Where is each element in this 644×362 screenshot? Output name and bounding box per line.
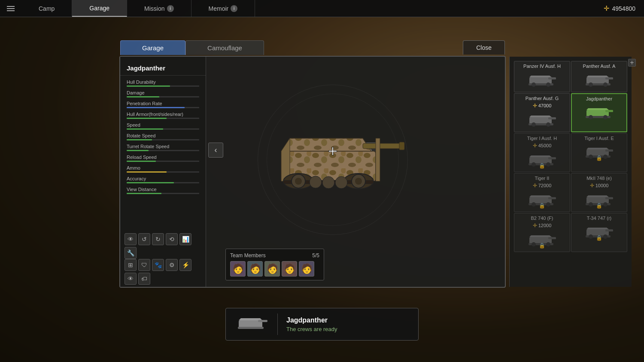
team-avatars: 🧑 🧑 🧑 🧑 🧑	[230, 261, 319, 277]
svg-rect-69	[605, 197, 613, 199]
svg-point-30	[546, 82, 550, 87]
svg-point-18	[335, 176, 347, 189]
svg-rect-39	[548, 117, 556, 119]
svg-point-77	[532, 242, 536, 246]
rotate-left-icon[interactable]: ↺	[138, 233, 150, 245]
stats-panel: Jagdpanther Hull Durability Damage Penet…	[120, 57, 206, 287]
menu-button[interactable]	[0, 5, 21, 12]
bottom-divider	[277, 313, 278, 335]
lightning-icon[interactable]: ⚡	[179, 259, 191, 271]
stats-icon[interactable]: 📊	[179, 233, 191, 245]
stat-item: Hull Armor(front/sides/rear)	[120, 110, 206, 121]
svg-marker-26	[529, 76, 552, 77]
tank-cell-tiger-ii[interactable]: Tiger II ✛72000 🔒	[514, 173, 570, 212]
bottom-text: Jagdpanther The crews are ready	[286, 316, 410, 332]
svg-point-16	[310, 176, 322, 188]
svg-rect-51	[548, 157, 556, 159]
svg-point-53	[532, 162, 536, 167]
panel-tabs: Garage Camouflage	[120, 40, 264, 55]
shield-icon[interactable]: 🛡	[138, 259, 150, 271]
svg-marker-10	[376, 138, 380, 181]
svg-point-20	[355, 178, 362, 185]
stat-item: Reload Speed	[120, 153, 206, 164]
team-bar: Team Members 5/5 🧑 🧑 🧑 🧑 🧑	[225, 249, 324, 280]
tank-cell-mkii-748-(e)[interactable]: MkII 748 (e) ✛10000 🔒	[571, 173, 627, 212]
tank-cell-jagdpanther[interactable]: Jagdpanther	[571, 93, 627, 132]
svg-point-35	[589, 82, 593, 87]
avatar-2[interactable]: 🧑	[247, 261, 263, 277]
svg-point-17	[322, 176, 334, 189]
svg-marker-68	[586, 195, 609, 197]
svg-rect-33	[605, 77, 613, 79]
svg-point-54	[546, 162, 550, 167]
tab-memoir[interactable]: Memoir i	[191, 0, 255, 17]
gear-icon[interactable]: ⚙	[166, 259, 178, 271]
mission-info-icon: i	[167, 5, 174, 12]
avatar-4[interactable]: 🧑	[282, 261, 297, 277]
tank-image	[260, 117, 406, 203]
currency-value: 4954800	[612, 5, 635, 12]
svg-rect-7	[363, 143, 401, 149]
prev-arrow[interactable]: ‹	[208, 143, 223, 158]
panel-tab-camouflage[interactable]: Camouflage	[185, 40, 264, 55]
svg-rect-8	[399, 142, 404, 150]
svg-point-36	[603, 82, 608, 87]
svg-marker-62	[529, 195, 552, 197]
reset-icon[interactable]: ⟲	[166, 233, 178, 245]
svg-marker-32	[586, 76, 609, 77]
tab-mission[interactable]: Mission i	[127, 0, 191, 17]
svg-rect-87	[258, 320, 267, 322]
svg-marker-9	[281, 138, 290, 181]
svg-marker-80	[586, 228, 609, 229]
avatar-3[interactable]: 🧑	[264, 261, 280, 277]
stat-item: View Distance	[120, 185, 206, 196]
tank-list-panel: Panzer IV Ausf. H Panther Ausf. A	[509, 57, 632, 287]
tab-camp[interactable]: Camp	[21, 0, 72, 17]
currency-icon: ✛	[604, 4, 609, 12]
bottom-tank-name: Jagdpanther	[286, 316, 410, 324]
tank-cell-panzer-iv-ausf.-h[interactable]: Panzer IV Ausf. H	[514, 61, 570, 92]
tank-cell-panther-ausf.-a[interactable]: Panther Ausf. A	[571, 61, 627, 92]
svg-point-71	[589, 202, 593, 207]
svg-rect-45	[605, 110, 613, 112]
panel-tab-garage[interactable]: Garage	[120, 40, 185, 55]
avatar-1[interactable]: 🧑	[230, 261, 246, 277]
rotate-right-icon[interactable]: ↻	[152, 233, 164, 245]
svg-point-41	[532, 122, 536, 127]
svg-marker-38	[529, 116, 552, 117]
eye-icon[interactable]: 👁	[125, 273, 137, 285]
avatar-5[interactable]: 🧑	[299, 261, 314, 277]
svg-rect-24	[329, 151, 337, 152]
tank-cell-b2-740-(f)[interactable]: B2 740 (F) ✛12000 🔒	[514, 213, 570, 252]
close-button[interactable]: Close	[463, 40, 505, 55]
svg-point-15	[295, 178, 302, 185]
action-icons-row2: ⊞ 🛡 🐾 ⚙ ⚡ 👁 🏷	[122, 257, 204, 287]
svg-rect-57	[605, 149, 613, 152]
stat-item: Damage	[120, 88, 206, 99]
tank-cell-tiger-i-ausf.-h[interactable]: Tiger I Ausf. H ✛45000 🔒	[514, 133, 570, 172]
tab-garage[interactable]: Garage	[72, 0, 127, 17]
stat-item: Hull Durability	[120, 78, 206, 88]
grid-icon[interactable]: ⊞	[125, 259, 137, 271]
bottom-info-bar: Jagdpanther The crews are ready	[225, 308, 419, 341]
stat-item: Speed	[120, 121, 206, 131]
tank-grid: Panzer IV Ausf. H Panther Ausf. A	[512, 59, 629, 254]
svg-rect-75	[548, 237, 556, 239]
team-header: Team Members 5/5	[230, 252, 319, 259]
selected-tank-name: Jagdpanther	[120, 61, 206, 76]
currency-display: ✛ 4954800	[595, 4, 644, 12]
svg-marker-44	[586, 108, 609, 110]
svg-point-59	[589, 155, 593, 159]
paw-icon[interactable]: 🐾	[152, 259, 164, 271]
tank-cell-panther-ausf.-g[interactable]: Panther Ausf. G ✛47000	[514, 93, 570, 132]
stat-item: Accuracy	[120, 174, 206, 185]
tank-cell-tiger-i-ausf.-e[interactable]: Tiger I Ausf. E 🔒	[571, 133, 627, 172]
tag-icon[interactable]: 🏷	[138, 273, 150, 285]
memoir-info-icon: i	[231, 5, 237, 12]
view-icon[interactable]: 👁	[125, 233, 137, 245]
stat-item: Ammo	[120, 164, 206, 174]
add-tank-button[interactable]: +	[628, 59, 636, 67]
svg-rect-27	[548, 77, 556, 79]
tank-cell-t-34-747-(r)[interactable]: T-34 747 (r) 🔒	[571, 213, 627, 252]
svg-point-42	[546, 122, 550, 127]
